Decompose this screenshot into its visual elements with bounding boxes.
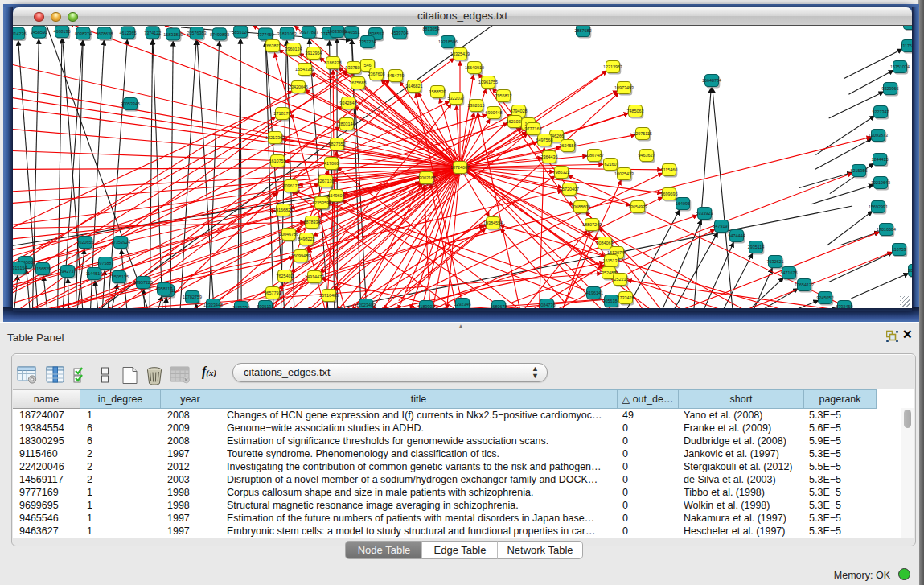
svg-text:7625402: 7625402 bbox=[277, 274, 294, 278]
svg-text:2803144: 2803144 bbox=[339, 122, 355, 126]
svg-text:19166825: 19166825 bbox=[273, 208, 293, 212]
svg-text:1621022: 1621022 bbox=[507, 119, 524, 124]
svg-text:1588520: 1588520 bbox=[429, 89, 446, 94]
svg-text:10025433: 10025433 bbox=[614, 171, 634, 176]
svg-text:17016504: 17016504 bbox=[877, 227, 896, 232]
svg-text:2364436: 2364436 bbox=[541, 154, 558, 159]
svg-text:2935114: 2935114 bbox=[748, 245, 765, 249]
svg-text:9115460: 9115460 bbox=[661, 167, 678, 172]
svg-text:1156829: 1156829 bbox=[35, 266, 51, 271]
svg-text:20053346: 20053346 bbox=[121, 101, 140, 106]
svg-text:6794028: 6794028 bbox=[511, 109, 528, 113]
svg-text:8878334: 8878334 bbox=[304, 220, 321, 225]
svg-text:15751074: 15751074 bbox=[890, 64, 910, 69]
svg-text:9329966: 9329966 bbox=[882, 86, 899, 91]
svg-text:1610755: 1610755 bbox=[269, 159, 286, 163]
svg-text:10973493: 10973493 bbox=[614, 85, 634, 90]
svg-text:8958117: 8958117 bbox=[156, 286, 173, 291]
svg-text:12975115: 12975115 bbox=[633, 131, 652, 136]
svg-text:1549604: 1549604 bbox=[328, 193, 345, 198]
svg-text:5322037: 5322037 bbox=[448, 96, 465, 101]
svg-text:15720407: 15720407 bbox=[560, 187, 579, 192]
svg-text:9245052: 9245052 bbox=[817, 295, 834, 300]
svg-text:9227342: 9227342 bbox=[873, 109, 889, 114]
svg-text:7377459: 7377459 bbox=[257, 32, 274, 37]
svg-text:16543382: 16543382 bbox=[295, 67, 314, 72]
svg-text:23002185: 23002185 bbox=[417, 175, 436, 180]
svg-text:4668136: 4668136 bbox=[54, 29, 71, 34]
svg-text:2020655: 2020655 bbox=[77, 240, 94, 245]
svg-text:9657791: 9657791 bbox=[265, 290, 281, 295]
svg-text:12505135: 12505135 bbox=[109, 274, 129, 279]
svg-text:546: 546 bbox=[364, 63, 372, 68]
svg-text:16648784: 16648784 bbox=[702, 78, 721, 83]
svg-text:7357224: 7357224 bbox=[359, 39, 376, 44]
svg-text:164095: 164095 bbox=[676, 201, 690, 206]
svg-text:9777169: 9777169 bbox=[525, 126, 542, 131]
svg-text:7663822: 7663822 bbox=[265, 43, 281, 48]
svg-text:9084067: 9084067 bbox=[597, 241, 614, 245]
svg-text:3624554: 3624554 bbox=[560, 143, 577, 148]
svg-text:19218506: 19218506 bbox=[438, 39, 458, 44]
svg-text:12213363: 12213363 bbox=[265, 135, 285, 140]
svg-text:8215956: 8215956 bbox=[851, 168, 868, 173]
svg-text:16033809: 16033809 bbox=[327, 29, 347, 34]
svg-text:6990448: 6990448 bbox=[486, 110, 503, 115]
svg-text:9463627: 9463627 bbox=[639, 153, 655, 158]
svg-text:2887682: 2887682 bbox=[575, 28, 592, 33]
svg-text:18807249: 18807249 bbox=[582, 222, 602, 227]
svg-text:7485063: 7485063 bbox=[627, 109, 644, 113]
svg-text:23420046: 23420046 bbox=[289, 84, 308, 89]
svg-text:7955812: 7955812 bbox=[495, 93, 512, 98]
svg-text:10046786: 10046786 bbox=[279, 232, 298, 237]
svg-text:8038374: 8038374 bbox=[75, 31, 92, 36]
svg-text:7986322: 7986322 bbox=[553, 170, 570, 175]
svg-text:13325419: 13325419 bbox=[450, 51, 470, 56]
svg-text:5933923: 5933923 bbox=[696, 211, 713, 216]
svg-text:9474444: 9474444 bbox=[729, 233, 745, 238]
svg-text:1733426: 1733426 bbox=[618, 295, 634, 300]
svg-text:204509: 204509 bbox=[908, 268, 912, 273]
svg-text:12093873: 12093873 bbox=[869, 133, 888, 138]
svg-text:14196141: 14196141 bbox=[584, 290, 603, 295]
svg-text:7189902: 7189902 bbox=[418, 304, 435, 308]
svg-text:9242848: 9242848 bbox=[340, 101, 357, 105]
svg-text:3675685: 3675685 bbox=[350, 80, 367, 85]
svg-text:12353594: 12353594 bbox=[312, 200, 331, 205]
svg-text:12323448: 12323448 bbox=[203, 303, 223, 307]
svg-text:14914479: 14914479 bbox=[305, 274, 324, 279]
svg-text:4612365: 4612365 bbox=[119, 31, 136, 35]
svg-text:10961755: 10961755 bbox=[478, 80, 498, 84]
svg-text:7374122: 7374122 bbox=[144, 31, 161, 35]
svg-text:8454749: 8454749 bbox=[388, 73, 405, 78]
svg-text:16099489: 16099489 bbox=[291, 253, 310, 258]
svg-text:6497568: 6497568 bbox=[536, 138, 553, 142]
svg-text:9327508: 9327508 bbox=[346, 65, 363, 70]
svg-text:4539704: 4539704 bbox=[392, 31, 409, 35]
svg-text:9975887: 9975887 bbox=[97, 261, 114, 266]
svg-text:25221: 25221 bbox=[614, 277, 626, 282]
svg-text:12023403: 12023403 bbox=[356, 303, 376, 307]
svg-text:6479197: 6479197 bbox=[713, 224, 730, 229]
svg-text:96977837: 96977837 bbox=[299, 30, 318, 35]
svg-text:1144514: 1144514 bbox=[86, 271, 103, 276]
svg-text:3915154: 3915154 bbox=[13, 266, 27, 270]
svg-text:9699695: 9699695 bbox=[661, 192, 678, 196]
svg-text:8186328: 8186328 bbox=[325, 60, 342, 65]
svg-text:1096175: 1096175 bbox=[283, 183, 300, 188]
svg-text:31831063: 31831063 bbox=[277, 31, 297, 36]
svg-text:3678638: 3678638 bbox=[96, 31, 113, 36]
svg-text:15716485: 15716485 bbox=[319, 293, 339, 298]
svg-text:10782759: 10782759 bbox=[183, 295, 202, 299]
svg-text:1117534: 1117534 bbox=[901, 43, 912, 48]
svg-text:1244415: 1244415 bbox=[872, 157, 889, 162]
svg-text:7632621: 7632621 bbox=[767, 259, 784, 264]
svg-text:18724007: 18724007 bbox=[450, 165, 470, 170]
svg-text:8792450: 8792450 bbox=[836, 304, 853, 308]
svg-text:8471676: 8471676 bbox=[781, 270, 798, 275]
svg-text:17353924: 17353924 bbox=[111, 240, 130, 245]
svg-text:3267130: 3267130 bbox=[318, 179, 335, 183]
svg-text:10210643: 10210643 bbox=[871, 180, 890, 185]
svg-text:2458591: 2458591 bbox=[31, 30, 47, 35]
svg-text:62160: 62160 bbox=[605, 162, 617, 167]
